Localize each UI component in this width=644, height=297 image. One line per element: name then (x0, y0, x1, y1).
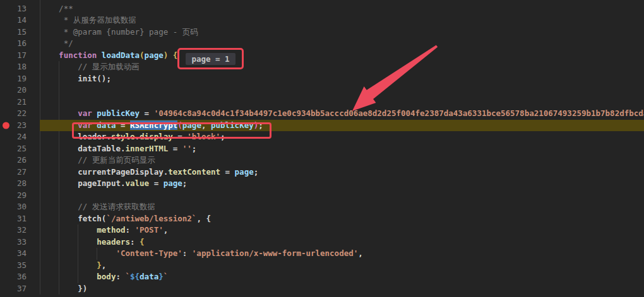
indent-guide (40, 178, 40, 190)
code-line-text: headers: { (40, 236, 644, 248)
line-number[interactable]: 15 (0, 26, 27, 38)
line-number[interactable]: 32 (0, 224, 27, 236)
line-number[interactable]: 37 (0, 283, 27, 295)
indent-guide (59, 236, 59, 248)
indent-guide (59, 108, 59, 120)
line-number[interactable]: 30 (0, 201, 27, 213)
code-line[interactable]: 33 headers: { (0, 236, 644, 248)
indent-guide (59, 96, 59, 108)
code-line-text (40, 96, 644, 108)
code-line[interactable]: 36 body: `${data}` (0, 271, 644, 283)
line-number[interactable]: 13 (0, 3, 27, 15)
indent-guide (97, 248, 97, 260)
line-number[interactable]: 16 (0, 38, 27, 50)
line-number[interactable]: 29 (0, 190, 27, 202)
indent-guide (78, 260, 78, 272)
indent-guide (40, 3, 40, 15)
indent-guide (40, 143, 40, 155)
code-line[interactable]: 15 * @param {number} page - 页码 (0, 26, 644, 38)
line-number[interactable]: 31 (0, 213, 27, 225)
indent-guide (59, 201, 59, 213)
line-number[interactable]: 35 (0, 260, 27, 272)
code-line[interactable]: 22 var publicKey = '04964c8a94c0d4c1f34b… (0, 108, 644, 120)
code-line[interactable]: 37 }) (0, 283, 644, 295)
code-line[interactable]: 21 (0, 96, 644, 108)
indent-guide (59, 143, 59, 155)
indent-guide (40, 61, 40, 73)
code-line-text: init(); (40, 73, 644, 85)
code-line[interactable]: 17 function loadData(page) { (0, 50, 644, 62)
code-line-text: function loadData(page) { (40, 50, 644, 62)
code-line[interactable]: 14 * 从服务器加载数据 (0, 15, 644, 26)
code-line[interactable]: 13 /** (0, 3, 644, 15)
indent-guide (40, 271, 40, 283)
code-line[interactable]: 24 loader.style.display = 'block'; (0, 131, 644, 143)
indent-guide (40, 96, 40, 108)
line-number[interactable]: 36 (0, 271, 27, 283)
code-line-text (40, 84, 644, 96)
line-number[interactable]: 21 (0, 96, 27, 108)
line-number[interactable]: 28 (0, 178, 27, 190)
indent-guide (40, 201, 40, 213)
code-line-text: var data = RSAEncrypt(page, publicKey); (40, 120, 644, 132)
line-number[interactable]: 24 (0, 131, 27, 143)
line-number[interactable]: 26 (0, 154, 27, 166)
code-line-text: }) (40, 283, 644, 295)
indent-guide (40, 84, 40, 96)
code-line[interactable]: 18 // 显示加载动画 (0, 61, 644, 73)
indent-guide (59, 283, 59, 295)
line-number[interactable]: 17 (0, 50, 27, 62)
code-line[interactable]: 29 (0, 190, 644, 202)
code-line-text: pageInput.value = page; (40, 178, 644, 190)
breakpoint-icon[interactable] (3, 122, 9, 129)
indent-guide (78, 248, 78, 260)
line-number[interactable]: 20 (0, 84, 27, 96)
line-number[interactable]: 14 (0, 15, 27, 26)
code-line-text: * 从服务器加载数据 (40, 15, 644, 26)
indent-guide (78, 271, 78, 283)
line-number[interactable]: 22 (0, 108, 27, 120)
indent-guide (59, 84, 59, 96)
line-number[interactable]: 33 (0, 236, 27, 248)
line-number[interactable]: 34 (0, 248, 27, 260)
indent-guide (59, 154, 59, 166)
code-line[interactable]: 31 fetch(`/antiweb/lession2`, { (0, 213, 644, 225)
code-line[interactable]: 26 // 更新当前页码显示 (0, 154, 644, 166)
code-line[interactable]: 34 'Content-Type': 'application/x-www-fo… (0, 248, 644, 260)
code-line[interactable]: 19 init(); (0, 73, 644, 85)
indent-guide (59, 213, 59, 225)
code-line[interactable]: 28 pageInput.value = page; (0, 178, 644, 190)
code-line[interactable]: 20 (0, 84, 644, 96)
code-line[interactable]: 27 currentPageDisplay.textContent = page… (0, 166, 644, 178)
code-line[interactable]: 25 dataTable.innerHTML = ''; (0, 143, 644, 155)
code-line-text: currentPageDisplay.textContent = page; (40, 166, 644, 178)
line-number[interactable]: 18 (0, 61, 27, 73)
code-lines-container: 1213 /**14 * 从服务器加载数据15 * @param {number… (0, 0, 644, 294)
code-line[interactable]: 35 }, (0, 260, 644, 272)
code-line[interactable]: 30 // 发送请求获取数据 (0, 201, 644, 213)
code-line[interactable]: 16 */ (0, 38, 644, 50)
code-editor: 1213 /**14 * 从服务器加载数据15 * @param {number… (0, 0, 644, 297)
indent-guide (40, 154, 40, 166)
code-line-text: body: `${data}` (40, 271, 644, 283)
indent-guide (78, 236, 78, 248)
indent-guide (40, 224, 40, 236)
indent-guide (40, 236, 40, 248)
code-line-text: // 显示加载动画 (40, 61, 644, 73)
indent-guide (40, 248, 40, 260)
code-line[interactable]: 23 var data = RSAEncrypt(page, publicKey… (0, 120, 644, 132)
code-line-text: var publicKey = '04964c8a94c0d4c1f34b449… (40, 108, 644, 120)
indent-guide (40, 190, 40, 202)
line-number[interactable]: 25 (0, 143, 27, 155)
code-line-text: method: 'POST', (40, 224, 644, 236)
indent-guide (59, 166, 59, 178)
code-line[interactable]: 32 method: 'POST', (0, 224, 644, 236)
indent-guide (40, 50, 40, 62)
code-line-text: 'Content-Type': 'application/x-www-form-… (40, 248, 644, 260)
indent-guide (40, 283, 40, 295)
line-number[interactable]: 19 (0, 73, 27, 85)
line-number[interactable]: 27 (0, 166, 27, 178)
indent-guide (40, 213, 40, 225)
indent-guide (40, 108, 40, 120)
indent-guide (40, 73, 40, 85)
